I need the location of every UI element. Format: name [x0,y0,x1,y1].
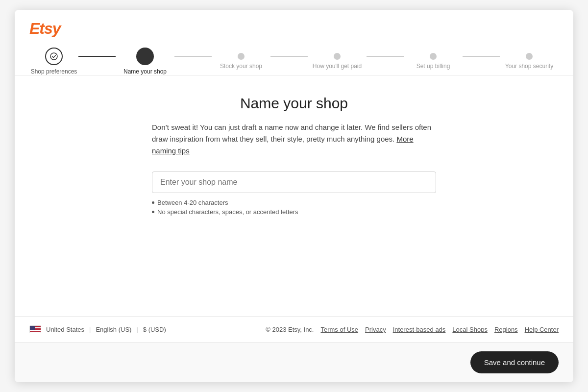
hint-item-1: Between 4-20 characters [152,199,436,206]
etsy-logo[interactable]: Etsy [29,20,61,38]
separator-2: | [136,326,138,333]
footer-currency: $ (USD) [143,326,166,333]
shop-name-input[interactable] [152,172,436,193]
step-get-paid: How you'll get paid [308,48,367,70]
step-name-shop: Name your shop [116,48,174,75]
step-stock-shop: Stock your shop [212,48,270,70]
line-1 [78,56,116,57]
footer-location: United States [46,326,84,333]
footer-link-privacy[interactable]: Privacy [365,326,386,333]
step-circle-dot-3 [238,53,245,60]
footer-link-ads[interactable]: Interest-based ads [393,326,446,333]
separator-1: | [89,326,91,333]
action-bar: Save and continue [15,342,573,382]
input-hints: Between 4-20 characters No special chara… [152,199,436,218]
footer-left: United States | English (US) | $ (USD) [29,325,166,333]
step-circle-done [45,48,63,65]
step-label-stock-shop: Stock your shop [220,63,262,70]
line-2 [174,56,212,57]
step-label-billing: Set up billing [416,63,450,70]
hint-bullet-1 [152,201,154,204]
step-circle-dot-6 [526,53,533,60]
us-flag-icon [29,325,41,333]
footer-copyright: © 2023 Etsy, Inc. [266,326,314,333]
footer-link-help[interactable]: Help Center [525,326,559,333]
step-security: Your shop security [500,48,559,70]
step-billing: Set up billing [404,48,463,70]
svg-point-0 [50,53,57,60]
step-circle-dot-5 [430,53,437,60]
save-continue-button[interactable]: Save and continue [470,351,559,373]
footer: United States | English (US) | $ (USD) ©… [15,316,573,342]
hint-item-2: No special characters, spaces, or accent… [152,208,436,216]
progress-steps: Shop preferences Name your shop Stock yo… [29,48,559,75]
footer-link-regions[interactable]: Regions [494,326,518,333]
step-circle-active [136,48,154,65]
description-text: Don’t sweat it! You can just draft a nam… [152,122,436,157]
step-label-security: Your shop security [505,63,553,70]
line-5 [463,56,500,57]
step-label-name-shop: Name your shop [123,68,167,75]
step-circle-dot-4 [334,53,341,60]
footer-language: English (US) [96,326,131,333]
step-label-get-paid: How you'll get paid [313,63,362,70]
line-3 [270,56,308,57]
main-content: Name your shop Don’t sweat it! You can j… [15,75,573,316]
footer-link-terms[interactable]: Terms of Use [320,326,358,333]
footer-right: © 2023 Etsy, Inc. Terms of Use Privacy I… [266,326,559,333]
hint-bullet-2 [152,211,154,213]
step-shop-preferences: Shop preferences [29,48,78,75]
line-4 [367,56,404,57]
step-label-shop-preferences: Shop preferences [31,68,77,75]
footer-link-local-shops[interactable]: Local Shops [452,326,488,333]
page-title: Name your shop [240,95,348,112]
